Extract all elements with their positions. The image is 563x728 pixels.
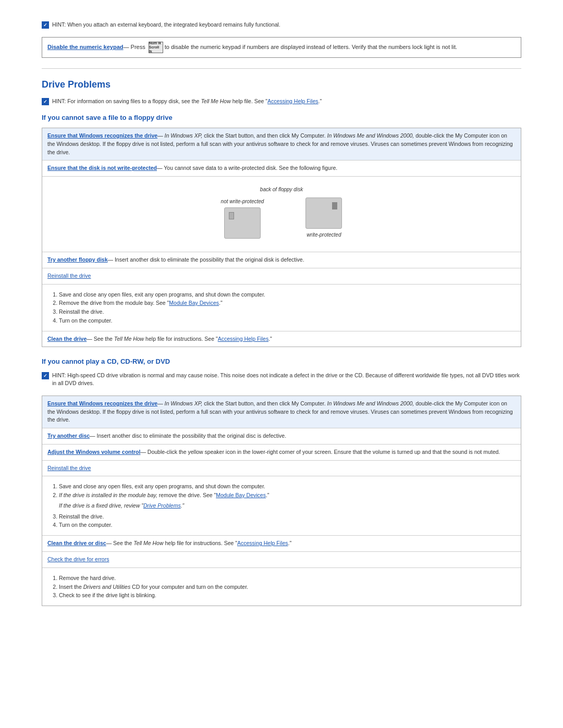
module-bay-link-2[interactable]: Module Bay Devices (216, 492, 266, 498)
check-drive-errors-label: Check the drive for errors (47, 556, 109, 562)
hint-cd-text: HINT: High-speed CD drive vibration is n… (52, 372, 521, 387)
try-another-disc-link[interactable]: Try another disc (47, 433, 90, 439)
try-another-disc-row: Try another disc— Insert another disc to… (42, 428, 521, 445)
reinstall-cd-step-4: Turn on the computer. (59, 521, 516, 529)
reinstall-drive-header-row-1: Reinstall the drive (42, 268, 521, 285)
ensure-disk-row: Ensure that the disk is not write-protec… (42, 161, 521, 177)
hint-floppy-saving: ✓ HINT: For information on saving files … (42, 97, 521, 105)
hint-external-keyboard-text: HINT: When you attach an external keyboa… (52, 21, 280, 29)
accessing-help-files-link-1[interactable]: Accessing Help Files (267, 98, 318, 104)
keypad-dash: — Press (124, 44, 147, 50)
floppy-image: not write-protected write-protected (47, 198, 516, 239)
check-step-1: Remove the hard drive. (59, 574, 516, 583)
hint-cd: ✓ HINT: High-speed CD drive vibration is… (42, 372, 521, 387)
reinstall-cd-step-1: Save and close any open files, exit any … (59, 482, 516, 491)
reinstall-cd-step-3: Reinstall the drive. (59, 512, 516, 521)
accessing-help-files-link-3[interactable]: Accessing Help Files (237, 540, 288, 546)
hint-icon-1: ✓ (42, 21, 49, 29)
try-another-floppy-link[interactable]: Try another floppy disk (47, 256, 108, 263)
reinstall-drive-header-row-2: Reinstall the drive (42, 461, 521, 477)
fixed-drive-note: If the drive is a fixed drive, review "D… (59, 502, 516, 510)
disk-not-protected: not write-protected (221, 198, 264, 239)
clean-drive-link-1[interactable]: Clean the drive (47, 336, 87, 342)
keypad-rest: to disable the numeric keypad if numbers… (165, 44, 457, 50)
floppy-diagram-row: back of floppy disk not write-protected … (42, 177, 521, 252)
ensure-windows-link-1[interactable]: Ensure that Windows recognizes the drive (47, 132, 157, 139)
clean-drive-row-1: Clean the drive— See the Tell Me How hel… (42, 331, 521, 347)
disk-graphic-open (224, 207, 261, 239)
hint-icon-3: ✓ (42, 372, 49, 379)
reinstall-step-1-4: Turn on the computer. (59, 316, 516, 325)
module-bay-link-1[interactable]: Module Bay Devices (169, 300, 219, 306)
reinstall-steps-list-1: Save and close any open files, exit any … (59, 290, 516, 325)
reinstall-step-1-1: Save and close any open files, exit any … (59, 290, 516, 299)
main-divider (42, 68, 521, 69)
reinstall-drive-label-2: Reinstall the drive (47, 465, 91, 471)
reinstall-steps-list-2b: Reinstall the drive. Turn on the compute… (59, 512, 516, 530)
clean-drive-disc-link[interactable]: Clean the drive or disc (47, 540, 106, 546)
drive-problems-heading: Drive Problems (42, 79, 521, 90)
disable-keypad-link[interactable]: Disable the numeric keypad (47, 44, 124, 50)
check-drive-steps-row: Remove the hard drive. Insert the Driver… (42, 568, 521, 606)
reinstall-step-1-2: Remove the drive from the module bay. Se… (59, 299, 516, 307)
num-lock-key: Num lkScroll lk (149, 42, 163, 53)
reinstall-steps-row-1: Save and close any open files, exit any … (42, 285, 521, 331)
accessing-help-files-link-2[interactable]: Accessing Help Files (218, 336, 268, 342)
not-protected-label: not write-protected (221, 198, 264, 205)
ensure-windows-row-2: Ensure that Windows recognizes the drive… (42, 396, 521, 428)
cd-section-box: Ensure that Windows recognizes the drive… (42, 396, 521, 606)
disk-graphic-closed (305, 198, 342, 229)
ensure-windows-row-1: Ensure that Windows recognizes the drive… (42, 128, 521, 161)
try-another-floppy-row: Try another floppy disk— Insert another … (42, 252, 521, 268)
reinstall-cd-step-2: If the drive is installed in the module … (59, 491, 516, 500)
check-step-2: Insert the Drivers and Utilities CD for … (59, 583, 516, 591)
floppy-section-box: Ensure that Windows recognizes the drive… (42, 128, 521, 347)
check-step-3: Check to see if the drive light is blink… (59, 591, 516, 600)
floppy-caption: back of floppy disk (47, 186, 516, 193)
reinstall-step-1-3: Reinstall the drive. (59, 307, 516, 316)
ensure-disk-link[interactable]: Ensure that the disk is not write-protec… (47, 165, 157, 171)
reinstall-steps-row-2: Save and close any open files, exit any … (42, 476, 521, 536)
check-drive-steps-list: Remove the hard drive. Insert the Driver… (59, 574, 516, 600)
drive-problems-link[interactable]: Drive Problems (143, 502, 181, 509)
floppy-section-heading: If you cannot save a file to a floppy dr… (42, 114, 521, 121)
adjust-volume-link[interactable]: Adjust the Windows volume control (47, 449, 140, 455)
reinstall-drive-label-1: Reinstall the drive (47, 273, 91, 279)
ensure-windows-link-2[interactable]: Ensure that Windows recognizes the drive (47, 400, 157, 406)
hint-floppy-text: HINT: For information on saving files to… (52, 97, 322, 105)
clean-drive-disc-row: Clean the drive or disc— See the Tell Me… (42, 536, 521, 552)
reinstall-steps-list-2: Save and close any open files, exit any … (59, 482, 516, 500)
check-drive-errors-header-row: Check the drive for errors (42, 552, 521, 568)
hint-icon-2: ✓ (42, 98, 49, 105)
adjust-volume-row: Adjust the Windows volume control— Doubl… (42, 445, 521, 461)
cd-section-heading: If you cannot play a CD, CD-RW, or DVD (42, 357, 521, 365)
protected-label: write-protected (307, 231, 341, 239)
disk-protected: write-protected (305, 198, 342, 239)
keypad-disable-box: Disable the numeric keypad— Press Num lk… (42, 37, 521, 58)
hint-external-keyboard: ✓ HINT: When you attach an external keyb… (42, 21, 521, 29)
